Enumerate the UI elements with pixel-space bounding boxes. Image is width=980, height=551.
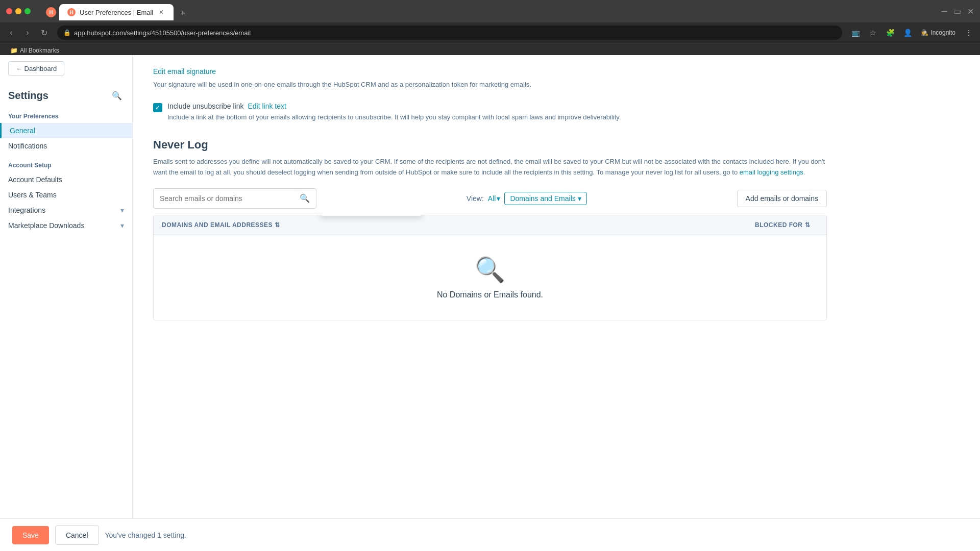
search-box[interactable]: 🔍 [153, 188, 316, 209]
address-bar[interactable]: 🔒 app.hubspot.com/settings/45105500/user… [57, 26, 842, 40]
changed-text: You've changed 1 setting. [105, 531, 186, 539]
url-text: app.hubspot.com/settings/45105500/user-p… [74, 29, 251, 37]
unsubscribe-desc: Include a link at the bottom of your ema… [167, 112, 621, 122]
dropdown-item-blocked-me[interactable]: Blocked only for me [321, 215, 422, 216]
tab-inactive-left[interactable]: H [43, 4, 59, 20]
main-content: Edit email signature Your signature will… [133, 55, 980, 551]
search-box-icon: 🔍 [300, 193, 310, 203]
content-area: Edit email signature Your signature will… [133, 55, 847, 341]
window-minimize-icon[interactable]: ─ [942, 7, 947, 16]
add-emails-domains-btn[interactable]: Add emails or domains [737, 190, 827, 207]
window-close-btn[interactable] [6, 8, 12, 14]
cancel-button[interactable]: Cancel [55, 525, 99, 545]
search-input[interactable] [160, 194, 298, 203]
table-body: 🔍 No Domains or Emails found. [154, 235, 826, 320]
view-dropdown-menu[interactable]: All Blocked for all users Blocked only f… [320, 215, 422, 216]
domains-table: DOMAINS AND EMAIL ADDRESSES ⇅ BLOCKED FO… [153, 215, 827, 320]
nav-bar: ‹ › ↻ 🔒 app.hubspot.com/settings/4510550… [0, 22, 980, 43]
integrations-expand-icon: ▾ [120, 206, 124, 214]
sidebar-item-marketplace[interactable]: Marketplace Downloads ▾ [0, 218, 132, 233]
never-log-desc: Emails sent to addresses you define will… [153, 157, 827, 178]
empty-state-text: No Domains or Emails found. [437, 290, 543, 299]
view-all-chevron-icon: ▾ [497, 194, 500, 203]
table-col-blocked: BLOCKED FOR ⇅ [755, 221, 810, 229]
table-col-domains: DOMAINS AND EMAIL ADDRESSES ⇅ [162, 221, 755, 229]
tab-bar: H H User Preferences | Email ✕ + [39, 2, 190, 20]
more-options-icon[interactable]: ⋮ [962, 26, 976, 40]
back-btn[interactable]: ‹ [4, 26, 18, 40]
marketplace-expand-icon: ▾ [120, 221, 124, 230]
controls-row: 🔍 View: All ▾ Domains and Emails ▾ Add e… [153, 188, 827, 209]
footer-bar: Save Cancel You've changed 1 setting. [0, 518, 980, 551]
tab-favicon-inactive: H [46, 7, 56, 17]
settings-title: Settings [8, 90, 48, 102]
domains-sort-icon: ⇅ [275, 221, 280, 229]
save-button[interactable]: Save [12, 526, 49, 544]
window-close-icon[interactable]: ✕ [967, 7, 974, 16]
unsubscribe-checkbox[interactable]: ✓ [153, 103, 162, 112]
sidebar-search-btn[interactable]: 🔍 [110, 88, 124, 103]
refresh-btn[interactable]: ↻ [37, 26, 51, 40]
empty-state-icon: 🔍 [437, 256, 543, 284]
new-tab-btn[interactable]: + [176, 6, 190, 20]
screen-cast-icon[interactable]: 📺 [848, 26, 863, 40]
tab-favicon: H [67, 8, 76, 16]
empty-state: 🔍 No Domains or Emails found. [437, 256, 543, 299]
edit-link-text-btn[interactable]: Edit link text [248, 102, 286, 110]
unsubscribe-content: Include unsubscribe link Edit link text … [167, 102, 621, 122]
bookmark-icon[interactable]: ☆ [866, 26, 880, 40]
extension-icon[interactable]: 🧩 [883, 26, 897, 40]
view-all-btn[interactable]: All ▾ [488, 194, 501, 203]
window-minimize-btn[interactable] [15, 8, 21, 14]
bookmark-item-all-bookmarks[interactable]: 📁 All Bookmarks [6, 47, 63, 54]
domains-emails-chevron-icon: ▾ [578, 194, 581, 203]
app-layout: ← Dashboard Settings 🔍 Your Preferences … [0, 55, 980, 551]
tab-close-btn[interactable]: ✕ [157, 8, 165, 16]
settings-header: Settings 🔍 [0, 82, 132, 105]
never-log-heading: Never Log [153, 138, 827, 152]
unsubscribe-label: Include unsubscribe link [167, 102, 243, 110]
domains-emails-btn[interactable]: Domains and Emails ▾ [504, 192, 586, 205]
signature-desc: Your signature will be used in one-on-on… [153, 80, 827, 90]
nav-right: 📺 ☆ 🧩 👤 🕵️ Incognito ⋮ [848, 26, 976, 40]
table-header: DOMAINS AND EMAIL ADDRESSES ⇅ BLOCKED FO… [154, 215, 826, 235]
blocked-sort-icon: ⇅ [805, 221, 811, 229]
edit-signature-link[interactable]: Edit email signature [153, 67, 216, 76]
account-setup-section-label: Account Setup [0, 154, 132, 172]
email-logging-settings-link[interactable]: email logging settings [740, 168, 803, 176]
view-label: View: [467, 194, 484, 203]
window-restore-icon[interactable]: ▭ [953, 7, 961, 16]
sidebar-item-general[interactable]: General [0, 123, 132, 138]
forward-btn[interactable]: › [20, 26, 35, 40]
sidebar-item-users-teams[interactable]: Users & Teams [0, 187, 132, 203]
browser-chrome: H H User Preferences | Email ✕ + ─ ▭ ✕ ‹… [0, 0, 980, 55]
lock-icon: 🔒 [63, 29, 71, 36]
sidebar-item-notifications[interactable]: Notifications [0, 138, 132, 154]
unsubscribe-row: ✓ Include unsubscribe link Edit link tex… [153, 102, 827, 122]
tab-title: User Preferences | Email [80, 9, 153, 16]
window-maximize-btn[interactable] [24, 8, 31, 14]
sidebar-item-integrations[interactable]: Integrations ▾ [0, 203, 132, 218]
browser-titlebar: H H User Preferences | Email ✕ + ─ ▭ ✕ [0, 0, 980, 22]
your-preferences-section-label: Your Preferences [0, 105, 132, 123]
dashboard-button[interactable]: ← Dashboard [8, 61, 64, 76]
profile-icon[interactable]: 👤 [900, 26, 915, 40]
active-tab[interactable]: H User Preferences | Email ✕ [59, 4, 174, 20]
view-controls: View: All ▾ Domains and Emails ▾ [467, 192, 587, 205]
dashboard-btn-wrapper: ← Dashboard [8, 61, 124, 76]
sidebar-item-account-defaults[interactable]: Account Defaults [0, 172, 132, 187]
incognito-badge: 🕵️ Incognito [918, 28, 959, 37]
sidebar: ← Dashboard Settings 🔍 Your Preferences … [0, 55, 133, 551]
